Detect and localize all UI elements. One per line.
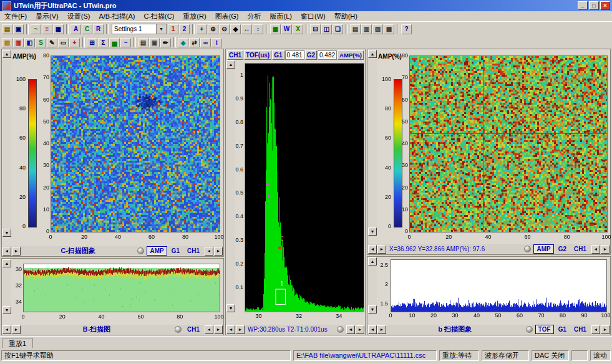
scroll-left-button[interactable]: ◄ bbox=[2, 247, 11, 256]
zoom-in-icon[interactable]: ⊕ bbox=[208, 24, 218, 34]
scroll-right-button[interactable]: ► bbox=[214, 325, 223, 334]
layout-3-icon[interactable]: ▧ bbox=[372, 24, 383, 34]
layout-4-icon[interactable]: ▩ bbox=[384, 24, 394, 34]
tof-button[interactable]: TOF(us) bbox=[244, 50, 271, 60]
tile-horizontal-icon[interactable]: ⊟ bbox=[310, 24, 321, 34]
menu-item-5[interactable]: C-扫描(C) bbox=[139, 11, 178, 22]
report-icon[interactable]: ▤ bbox=[138, 38, 148, 47]
cascade-icon[interactable]: ❏ bbox=[333, 24, 343, 34]
minimize-button[interactable]: _ bbox=[578, 1, 588, 10]
menu-item-1[interactable]: 文件(F) bbox=[0, 11, 31, 22]
cscan-right-button-amp[interactable]: AMP bbox=[533, 244, 553, 254]
open-icon[interactable]: ▤ bbox=[2, 24, 12, 34]
menu-item-4[interactable]: A/B-扫描(A) bbox=[94, 11, 139, 22]
dscan-button-ch1[interactable]: CH1 bbox=[571, 325, 590, 334]
menu-item-6[interactable]: 重放(R) bbox=[178, 11, 210, 22]
close-button[interactable]: × bbox=[600, 1, 610, 10]
word-export-icon[interactable]: W bbox=[281, 24, 292, 34]
cscan-left-button-g1[interactable]: G1 bbox=[168, 246, 183, 256]
statistics-icon[interactable]: Σ bbox=[98, 38, 109, 47]
amp-button[interactable]: AMP(%) bbox=[338, 50, 364, 60]
pan-icon[interactable]: ◆ bbox=[230, 24, 241, 34]
measure-icon[interactable]: + bbox=[69, 38, 80, 47]
scroll-down-button[interactable]: ▼ bbox=[368, 305, 377, 314]
ascan-view-icon[interactable]: ~ bbox=[31, 24, 41, 34]
dscan-image[interactable] bbox=[391, 259, 607, 312]
scroll-up-button[interactable]: ▲ bbox=[2, 50, 11, 58]
view-3d-icon[interactable]: ◈ bbox=[178, 38, 188, 47]
gate2-button[interactable]: G2 bbox=[305, 50, 317, 60]
swap-icon[interactable]: ⇄ bbox=[189, 38, 200, 47]
c-scan-setup-icon[interactable]: C bbox=[82, 24, 92, 34]
info-icon[interactable]: i bbox=[211, 38, 222, 47]
ab-scan-setup-icon[interactable]: A bbox=[70, 24, 81, 34]
cscan-right-button-g2[interactable]: G2 bbox=[555, 244, 570, 254]
threshold-icon[interactable]: ◧ bbox=[24, 38, 35, 47]
scroll-left-button[interactable]: ◄ bbox=[346, 325, 355, 334]
scroll-left-button[interactable]: ◄ bbox=[226, 325, 235, 334]
menu-item-7[interactable]: 图表(G) bbox=[211, 11, 243, 22]
scroll-left-button[interactable]: ◄ bbox=[591, 325, 600, 334]
maximize-button[interactable]: □ bbox=[589, 1, 599, 10]
menu-item-10[interactable]: 窗口(W) bbox=[296, 11, 330, 22]
scroll-up-button[interactable]: ▲ bbox=[226, 60, 235, 69]
scroll-right-button[interactable]: ► bbox=[12, 247, 21, 256]
zoom-out-icon[interactable]: ⊖ bbox=[219, 24, 230, 34]
tile-vertical-icon[interactable]: ◫ bbox=[321, 24, 332, 34]
cscan-left-button-amp[interactable]: AMP bbox=[147, 246, 167, 256]
scroll-left-button[interactable]: ◄ bbox=[205, 325, 213, 334]
h-measure-icon[interactable]: ↔ bbox=[241, 24, 252, 34]
scroll-left-button[interactable]: ◄ bbox=[591, 245, 600, 254]
menu-item-2[interactable]: 显示(V) bbox=[31, 11, 63, 22]
excel-export-icon[interactable]: X bbox=[293, 24, 303, 34]
gate2-icon[interactable]: 2 bbox=[179, 24, 190, 34]
menu-item-3[interactable]: 设置(S) bbox=[63, 11, 95, 22]
help-icon[interactable]: ? bbox=[401, 24, 412, 34]
ascan-waveform[interactable] bbox=[245, 63, 364, 312]
table-icon[interactable]: ⊞ bbox=[87, 38, 97, 47]
draw-icon[interactable]: ✎ bbox=[47, 38, 57, 47]
scroll-down-button[interactable]: ▼ bbox=[226, 304, 235, 312]
bscan-button-ch1[interactable]: CH1 bbox=[184, 325, 203, 334]
scroll-right-button[interactable]: ► bbox=[236, 325, 245, 334]
title-bar[interactable]: UTwin用于UltraPAC - UTwin.pro _ □ × bbox=[0, 0, 612, 11]
cscan-left-button-ch1[interactable]: CH1 bbox=[184, 246, 203, 256]
smoothing-icon[interactable]: S bbox=[36, 38, 46, 47]
scroll-left-button[interactable]: ◄ bbox=[368, 245, 377, 254]
cscan-view-icon[interactable]: ▦ bbox=[53, 24, 64, 34]
scroll-up-button[interactable]: ▲ bbox=[368, 50, 377, 58]
scroll-track[interactable] bbox=[2, 58, 11, 229]
scroll-right-button[interactable]: ► bbox=[377, 325, 386, 334]
palette-icon[interactable]: ▨ bbox=[2, 38, 12, 47]
scroll-left-button[interactable]: ◄ bbox=[205, 247, 213, 256]
bscan-view-icon[interactable]: ≡ bbox=[42, 24, 52, 34]
annotate-icon[interactable]: ✏ bbox=[160, 38, 171, 47]
histogram-icon[interactable]: ▅ bbox=[109, 38, 120, 47]
layout-2-icon[interactable]: ▥ bbox=[361, 24, 372, 34]
combo-dropdown-icon[interactable]: ▼ bbox=[156, 24, 166, 34]
v-measure-icon[interactable]: ↕ bbox=[253, 24, 263, 34]
scroll-down-button[interactable]: ▼ bbox=[2, 229, 11, 237]
save-icon[interactable]: ▣ bbox=[13, 24, 24, 34]
gate1-button[interactable]: G1 bbox=[272, 50, 284, 60]
gate1-icon[interactable]: 1 bbox=[168, 24, 178, 34]
grid-icon[interactable]: ▦ bbox=[270, 24, 281, 34]
color-scale-icon[interactable]: ▥ bbox=[13, 38, 24, 47]
menu-item-8[interactable]: 分析 bbox=[243, 11, 266, 22]
cscan-right-image[interactable] bbox=[409, 55, 608, 232]
settings-combo[interactable]: Settings 1▼ bbox=[112, 24, 167, 34]
layout-1-icon[interactable]: ▤ bbox=[350, 24, 361, 34]
scroll-track[interactable] bbox=[226, 69, 235, 304]
scroll-right-button[interactable]: ► bbox=[12, 325, 21, 334]
profile-icon[interactable]: ~ bbox=[120, 38, 131, 47]
scroll-left-button[interactable]: ◄ bbox=[2, 325, 11, 334]
scroll-right-button[interactable]: ► bbox=[377, 245, 386, 254]
scroll-right-button[interactable]: ► bbox=[356, 325, 364, 334]
scroll-right-button[interactable]: ► bbox=[601, 325, 610, 334]
cscan-right-button-ch1[interactable]: CH1 bbox=[571, 244, 590, 254]
cursor-icon[interactable]: + bbox=[197, 24, 207, 34]
cscan-left-image[interactable] bbox=[51, 55, 220, 232]
scroll-right-button[interactable]: ► bbox=[601, 245, 610, 254]
menu-item-9[interactable]: 版面(L) bbox=[266, 11, 296, 22]
replay-setup-icon[interactable]: R bbox=[93, 24, 104, 34]
